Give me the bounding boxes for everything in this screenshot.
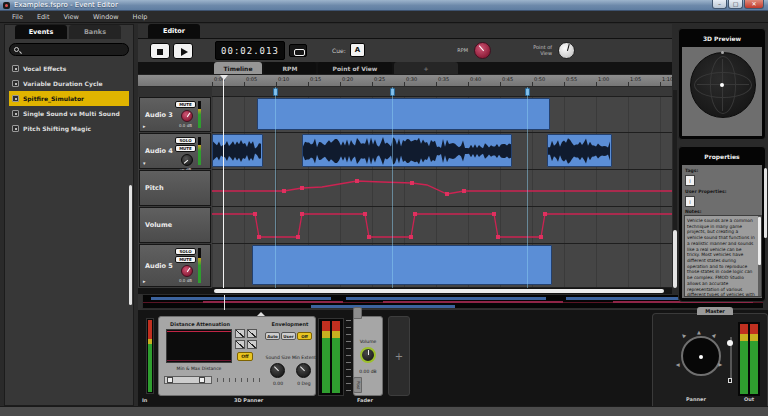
source-dot[interactable] [721, 51, 724, 54]
audio-clip[interactable] [257, 98, 550, 130]
attenuation-off-button[interactable]: Off [237, 352, 253, 361]
track-header-audio-3[interactable]: Audio 3MUTE0.0 dB▸ [139, 97, 211, 132]
notes-textarea[interactable]: Vehicle sounds are a common technique in… [684, 215, 762, 297]
master-panner-position[interactable] [699, 355, 703, 359]
event-item-4[interactable]: Single Sound vs Multi Sound [9, 106, 129, 121]
automation-point[interactable] [496, 235, 500, 239]
deck-collapse-arrow[interactable] [257, 312, 265, 316]
play-button[interactable] [173, 43, 193, 59]
event-item-5[interactable]: Pitch Shifting Magic [9, 121, 129, 136]
user-properties-input[interactable]: I [685, 196, 695, 207]
lane-volume[interactable] [212, 207, 672, 244]
max-distance-handle[interactable] [199, 377, 205, 383]
fader-post-tab[interactable]: Post [353, 377, 362, 393]
track-header-audio-5[interactable]: Audio 5SOLOMUTE0.0 dB▸ [139, 244, 211, 287]
attenuation-curve-button-2[interactable] [247, 329, 257, 338]
mute-button[interactable]: MUTE [175, 256, 196, 263]
master-tab[interactable]: Master [697, 307, 733, 315]
track-volume-knob[interactable] [181, 154, 193, 166]
event-item-1[interactable]: Vocal Effects [9, 61, 129, 76]
automation-point[interactable] [445, 192, 449, 196]
distance-attenuation-graph[interactable] [166, 329, 232, 363]
playhead-cap[interactable] [220, 75, 228, 80]
timeline-tab-timeline[interactable]: Timeline [214, 62, 262, 74]
minmax-distance-slider[interactable] [164, 376, 212, 384]
tab-events[interactable]: Events [15, 25, 67, 39]
maximize-button[interactable]: ▢ [728, 0, 743, 9]
automation-point[interactable] [543, 212, 547, 216]
audio-clip[interactable] [252, 245, 552, 285]
lane-pitch[interactable] [212, 170, 672, 207]
attenuation-curve-button-3[interactable] [235, 340, 245, 349]
menu-window[interactable]: Window [86, 13, 126, 21]
tab-editor[interactable]: Editor [148, 24, 200, 38]
track-volume-knob[interactable] [181, 265, 193, 277]
timeline-tab-point-of-view[interactable]: Point of View [318, 62, 392, 74]
audio-clip[interactable] [302, 134, 512, 167]
listener-dot[interactable] [720, 83, 724, 87]
min-distance-handle[interactable] [167, 377, 173, 383]
menu-edit[interactable]: Edit [30, 13, 57, 21]
add-effect-button[interactable]: + [388, 316, 410, 396]
stop-button[interactable] [150, 43, 170, 59]
tab-banks[interactable]: Banks [69, 25, 121, 39]
right-column-scrollbar[interactable] [764, 168, 767, 238]
playhead[interactable] [223, 79, 224, 288]
close-button[interactable]: ✕ [744, 0, 764, 9]
attenuation-curve-button-1[interactable] [235, 329, 245, 338]
fader-volume-knob[interactable] [360, 347, 376, 363]
minimize-button[interactable]: – [712, 0, 727, 9]
min-extent-knob[interactable] [296, 363, 311, 378]
timeline-vscrollbar[interactable] [673, 90, 677, 288]
sound-size-knob[interactable] [270, 363, 285, 378]
tags-input[interactable]: I [685, 175, 695, 186]
notes-scrollbar[interactable] [758, 216, 761, 296]
timeline-tab-+[interactable]: + [394, 62, 458, 74]
automation-point[interactable] [257, 235, 261, 239]
menu-help[interactable]: Help [126, 13, 155, 21]
automation-point[interactable] [282, 189, 286, 193]
marker-lane[interactable] [212, 87, 672, 97]
automation-point[interactable] [296, 235, 300, 239]
track-header-volume[interactable]: Volume [139, 207, 211, 243]
mute-button[interactable]: MUTE [175, 101, 196, 108]
automation-curve[interactable] [212, 207, 672, 244]
cue-button[interactable]: A [350, 43, 365, 57]
collapse-arrow-icon[interactable]: ▾ [143, 160, 146, 166]
rpm-knob[interactable] [474, 42, 491, 59]
envelopment-off-button[interactable]: Off [297, 332, 312, 340]
expand-arrow-icon[interactable]: ▸ [143, 123, 146, 129]
attenuation-curve-button-4[interactable] [247, 340, 257, 349]
automation-point[interactable] [462, 189, 466, 193]
automation-curve[interactable] [212, 170, 672, 207]
lane-audio-4[interactable] [212, 133, 672, 170]
track-volume-knob[interactable] [181, 110, 193, 122]
automation-point[interactable] [539, 235, 543, 239]
automation-point[interactable] [409, 235, 413, 239]
expand-arrow-icon[interactable]: ▸ [143, 278, 146, 284]
automation-point[interactable] [363, 212, 367, 216]
timeline-ruler[interactable]: 0:000:050:100:150:200:250:300:350:400:45… [138, 74, 672, 87]
audio-clip[interactable] [212, 134, 263, 167]
event-item-2[interactable]: Variable Duration Cycle [9, 76, 129, 91]
lane-audio-3[interactable] [212, 97, 672, 133]
overview-strip[interactable] [142, 294, 764, 309]
track-header-pitch[interactable]: Pitch [139, 170, 211, 206]
timeline-tab-rpm[interactable]: RPM [264, 62, 316, 74]
automation-point[interactable] [410, 181, 414, 185]
browser-scrollbar[interactable] [129, 185, 132, 305]
audio-clip[interactable] [547, 134, 612, 167]
mute-button[interactable]: MUTE [175, 145, 196, 152]
menu-file[interactable]: File [5, 13, 30, 21]
automation-point[interactable] [300, 212, 304, 216]
automation-point[interactable] [367, 235, 371, 239]
envelopment-auto-button[interactable]: Auto [265, 332, 280, 340]
master-height-handle[interactable] [727, 340, 733, 346]
lane-audio-5[interactable] [212, 244, 672, 288]
search-input[interactable] [9, 43, 129, 56]
pov-knob[interactable] [558, 42, 575, 59]
track-header-audio-4[interactable]: Audio 4SOLOMUTE-∞ dB▾ [139, 133, 211, 169]
solo-button[interactable]: SOLO [175, 137, 196, 144]
envelopment-user-button[interactable]: User [281, 332, 296, 340]
automation-point[interactable] [492, 212, 496, 216]
